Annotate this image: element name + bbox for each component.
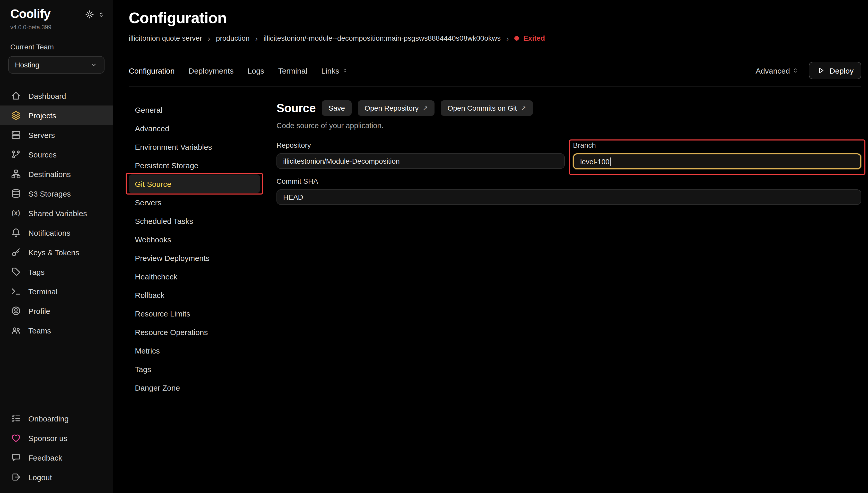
subnav-item-healthcheck[interactable]: Healthcheck (129, 267, 260, 286)
breadcrumb-separator-icon: › (255, 34, 258, 42)
subnav-item-persistent-storage[interactable]: Persistent Storage (129, 156, 260, 174)
sidebar-item-dashboard[interactable]: Dashboard (0, 86, 113, 106)
sidebar-item-label: Destinations (28, 170, 71, 178)
repository-field: Repository (276, 141, 565, 169)
status-dot-icon (514, 36, 519, 40)
sidebar-item-tags[interactable]: Tags (0, 262, 113, 282)
subnav-item-scheduled-tasks[interactable]: Scheduled Tasks (129, 212, 260, 230)
open-commits-button[interactable]: Open Commits on Git ↗ (441, 100, 533, 116)
sidebar-item-label: Shared Variables (28, 209, 87, 218)
team-select[interactable]: Hosting (8, 56, 105, 74)
subnav-item-label: Git Source (135, 179, 171, 188)
tab-terminal[interactable]: Terminal (278, 66, 308, 75)
sidebar-footer-nav: Onboarding Sponsor us Feedback Logout (0, 409, 113, 487)
sidebar-item-sponsor-us[interactable]: Sponsor us (0, 428, 113, 448)
save-button[interactable]: Save (322, 100, 352, 116)
sidebar-item-label: Notifications (28, 229, 70, 237)
server-icon (10, 129, 22, 141)
subnav-item-webhooks[interactable]: Webhooks (129, 230, 260, 249)
page-title: Configuration (129, 9, 861, 27)
source-heading: Source (276, 101, 316, 115)
sidebar-item-label: Terminal (28, 287, 57, 296)
current-team-label: Current Team (0, 43, 113, 51)
sidebar-item-label: Onboarding (28, 414, 69, 423)
checklist-icon (10, 413, 22, 424)
sidebar-item-profile[interactable]: Profile (0, 301, 113, 321)
sidebar-item-onboarding[interactable]: Onboarding (0, 409, 113, 428)
open-repository-button[interactable]: Open Repository ↗ (358, 100, 435, 116)
app-window: Coolify v4.0.0-beta.399 Current Team Hos… (0, 0, 868, 493)
git-source-panel: Source Save Open Repository ↗ Open Commi… (276, 100, 861, 493)
tab-links[interactable]: Links (321, 66, 348, 75)
sidebar-item-label: Logout (28, 473, 52, 481)
team-select-value: Hosting (15, 61, 39, 69)
chevron-updown-icon (342, 67, 348, 73)
sidebar-item-label: Keys & Tokens (28, 248, 79, 257)
subnav-item-preview-deployments[interactable]: Preview Deployments (129, 249, 260, 267)
play-icon (817, 66, 825, 74)
git-branch-icon (10, 149, 22, 160)
sidebar-item-teams[interactable]: Teams (0, 321, 113, 340)
app-logo: Coolify (10, 7, 51, 21)
breadcrumb-environment[interactable]: production (216, 34, 250, 42)
sidebar-nav: Dashboard Projects Servers Sources Desti… (0, 86, 113, 340)
sidebar-item-label: Sponsor us (28, 433, 67, 442)
open-repository-label: Open Repository (364, 104, 419, 112)
tab-logs[interactable]: Logs (248, 66, 264, 75)
subnav-item-resource-limits[interactable]: Resource Limits (129, 304, 260, 323)
branch-field: Branch level-100 (573, 141, 861, 169)
sidebar-item-label: Servers (28, 131, 55, 140)
subnav-item-advanced[interactable]: Advanced (129, 119, 260, 137)
repository-input[interactable] (276, 153, 565, 169)
subnav-item-rollback[interactable]: Rollback (129, 286, 260, 304)
logout-icon (10, 471, 22, 483)
subnav-item-tags[interactable]: Tags (129, 360, 260, 378)
sidebar-item-label: Tags (28, 267, 44, 276)
tab-actions: Advanced Deploy (756, 62, 861, 79)
sidebar-item-keys-tokens[interactable]: Keys & Tokens (0, 243, 113, 262)
breadcrumb-application[interactable]: illicitestonion/-module--decomposition:m… (263, 34, 501, 42)
sidebar-item-notifications[interactable]: Notifications (0, 223, 113, 243)
subnav-item-environment-variables[interactable]: Environment Variables (129, 137, 260, 156)
sidebar-item-feedback[interactable]: Feedback (0, 448, 113, 467)
sidebar-item-terminal[interactable]: Terminal (0, 282, 113, 301)
sidebar-item-shared-variables[interactable]: (x) Shared Variables (0, 203, 113, 223)
commit-sha-field: Commit SHA (276, 177, 861, 205)
key-icon (10, 247, 22, 258)
configuration-content: General Advanced Environment Variables P… (129, 100, 861, 493)
branch-label: Branch (573, 141, 861, 149)
subnav-item-servers[interactable]: Servers (129, 193, 260, 212)
breadcrumb-project[interactable]: illicitonion quote server (129, 34, 202, 42)
subnav-item-git-source[interactable]: Git Source (129, 174, 260, 193)
source-description: Code source of your application. (276, 122, 861, 130)
subnav-item-general[interactable]: General (129, 100, 260, 119)
sidebar-item-servers[interactable]: Servers (0, 125, 113, 145)
sidebar-item-label: S3 Storages (28, 189, 71, 198)
tabs: Configuration Deployments Logs Terminal … (129, 66, 348, 75)
tag-icon (10, 266, 22, 278)
sidebar-item-s3-storages[interactable]: S3 Storages (0, 184, 113, 203)
subnav-item-resource-operations[interactable]: Resource Operations (129, 323, 260, 341)
tab-configuration[interactable]: Configuration (129, 66, 174, 75)
heart-icon (10, 432, 22, 444)
repository-label: Repository (276, 141, 565, 149)
sidebar-item-label: Profile (28, 307, 50, 316)
subnav-item-metrics[interactable]: Metrics (129, 341, 260, 360)
home-icon (10, 90, 22, 102)
sidebar-item-destinations[interactable]: Destinations (0, 165, 113, 184)
branch-input[interactable]: level-100 (573, 153, 861, 169)
breadcrumb: illicitonion quote server › production ›… (129, 34, 861, 42)
chevron-updown-icon[interactable] (98, 11, 105, 18)
theme-toggle-sun-icon[interactable] (85, 10, 94, 19)
external-link-icon: ↗ (521, 105, 526, 112)
sidebar-item-projects[interactable]: Projects (0, 106, 113, 125)
tab-deployments[interactable]: Deployments (188, 66, 233, 75)
deploy-button[interactable]: Deploy (809, 62, 861, 79)
sidebar-item-logout[interactable]: Logout (0, 467, 113, 487)
commit-sha-input[interactable] (276, 189, 861, 205)
sidebar-item-sources[interactable]: Sources (0, 145, 113, 165)
subnav-item-danger-zone[interactable]: Danger Zone (129, 378, 260, 397)
advanced-dropdown[interactable]: Advanced (756, 66, 799, 75)
network-icon (10, 169, 22, 180)
branch-input-value: level-100 (580, 157, 610, 166)
